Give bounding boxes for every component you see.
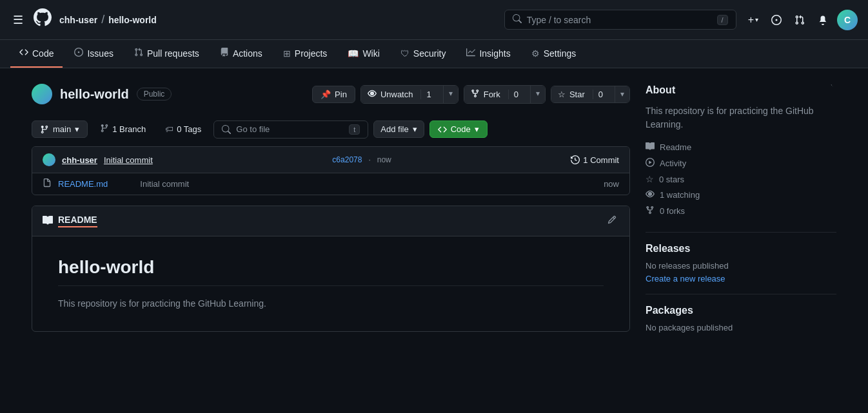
search-placeholder: Type / to search xyxy=(527,15,712,25)
nav-item-code[interactable]: Code xyxy=(10,40,63,68)
code-label: Code xyxy=(451,124,471,134)
tag-count-link[interactable]: 🏷 0 Tags xyxy=(158,120,208,138)
fork-dropdown[interactable]: ▾ xyxy=(530,86,545,103)
activity-link-label: Activity xyxy=(660,158,686,168)
pull-requests-nav-icon xyxy=(134,48,143,59)
about-title: About xyxy=(646,84,675,96)
go-to-file-button[interactable]: Go to file t xyxy=(213,120,368,139)
nav-label-code: Code xyxy=(32,48,54,59)
about-description: This repository is for practicing the Gi… xyxy=(646,104,836,131)
readme-description: This repository is for practicing the Gi… xyxy=(58,296,604,311)
unwatch-icon xyxy=(368,89,377,100)
commit-relative-time: now xyxy=(377,155,391,164)
repo-header: hello-world Public 📌 Pin Unwatch 1 ▾ xyxy=(32,84,630,104)
add-file-button[interactable]: Add file ▾ xyxy=(373,120,424,138)
commit-user-avatar xyxy=(43,153,55,166)
releases-section: Releases No releases published Create a … xyxy=(646,243,836,283)
activity-link[interactable]: Activity xyxy=(646,158,836,169)
unwatch-button-group: Unwatch 1 ▾ xyxy=(360,85,459,104)
create-release-link[interactable]: Create a new release xyxy=(646,274,725,283)
fork-icon xyxy=(471,89,480,100)
readme-link[interactable]: Readme xyxy=(646,142,836,153)
top-nav-actions: + ▾ C xyxy=(744,10,858,30)
nav-label-issues: Issues xyxy=(87,48,113,59)
search-bar[interactable]: Type / to search / xyxy=(504,10,736,30)
unwatch-main[interactable]: Unwatch 1 xyxy=(361,86,443,103)
nav-label-security: Security xyxy=(413,48,446,59)
sidebar-divider-1 xyxy=(646,232,836,233)
star-icon: ☆ xyxy=(558,90,566,99)
branch-count-label: 1 Branch xyxy=(112,124,146,134)
watching-link-label: 1 watching xyxy=(660,190,700,200)
code-icon xyxy=(19,48,28,59)
forks-link[interactable]: 0 forks xyxy=(646,206,836,216)
nav-label-projects: Projects xyxy=(295,48,328,59)
file-icon xyxy=(43,178,52,189)
nav-item-projects[interactable]: ⊞ Projects xyxy=(274,41,337,68)
pin-button[interactable]: 📌 Pin xyxy=(312,86,355,103)
issues-button[interactable] xyxy=(767,11,785,29)
code-button[interactable]: Code ▾ xyxy=(429,120,488,138)
branch-count-link[interactable]: 1 Branch xyxy=(93,120,153,139)
github-logo[interactable] xyxy=(34,8,52,31)
star-button-group: ☆ Star 0 ▾ xyxy=(551,86,630,103)
fork-count: 0 xyxy=(508,90,524,99)
pin-icon: 📌 xyxy=(321,90,331,99)
create-new-button[interactable]: + ▾ xyxy=(744,10,762,30)
nav-label-actions: Actions xyxy=(233,48,262,59)
hamburger-button[interactable]: ☰ xyxy=(10,10,26,30)
nav-item-security[interactable]: 🛡 Security xyxy=(391,41,455,68)
visibility-badge: Public xyxy=(137,88,172,101)
fork-main[interactable]: Fork 0 xyxy=(464,86,530,103)
repo-nav: Code Issues Pull requests Actions ⊞ Proj… xyxy=(0,40,868,68)
commit-message-link[interactable]: Initial commit xyxy=(104,155,153,165)
branch-dropdown-icon: ▾ xyxy=(75,124,79,134)
activity-link-icon xyxy=(646,158,655,169)
readme-edit-button[interactable] xyxy=(605,213,619,229)
table-row: README.md Initial commit now xyxy=(32,173,629,195)
packages-section: Packages No packages published xyxy=(646,305,836,332)
nav-item-wiki[interactable]: 📖 Wiki xyxy=(339,41,388,68)
star-dropdown[interactable]: ▾ xyxy=(615,86,629,102)
commit-count-link[interactable]: 1 Commit xyxy=(571,155,619,165)
watching-link[interactable]: 1 watching xyxy=(646,189,836,200)
top-nav: ☰ chh-user / hello-world Type / to searc… xyxy=(0,0,868,40)
readme-content: hello-world This repository is for pract… xyxy=(32,236,629,331)
add-file-label: Add file xyxy=(380,124,408,134)
repo-toolbar: main ▾ 1 Branch 🏷 0 Tags Go to file t Ad… xyxy=(32,120,630,139)
nav-item-pull-requests[interactable]: Pull requests xyxy=(125,40,208,68)
nav-item-insights[interactable]: Insights xyxy=(457,40,519,68)
go-to-file-shortcut: t xyxy=(349,124,360,135)
readme-header: README xyxy=(32,206,629,236)
about-gear-button[interactable] xyxy=(826,84,836,97)
commit-user-link[interactable]: chh-user xyxy=(62,155,97,165)
search-icon xyxy=(513,14,522,25)
pull-requests-button[interactable] xyxy=(791,11,809,29)
commit-info-row: chh-user Initial commit c6a2078 · now 1 … xyxy=(32,147,629,173)
settings-nav-icon: ⚙ xyxy=(531,48,540,59)
branch-name: main xyxy=(53,124,71,134)
nav-item-actions[interactable]: Actions xyxy=(211,40,271,68)
commit-dot: · xyxy=(368,155,370,164)
stars-link[interactable]: ☆ 0 stars xyxy=(646,174,836,184)
about-section: About This repository is for practicing … xyxy=(646,84,836,216)
packages-title: Packages xyxy=(646,305,836,316)
breadcrumb-user[interactable]: chh-user xyxy=(59,15,97,25)
unwatch-dropdown[interactable]: ▾ xyxy=(443,86,458,103)
nav-item-issues[interactable]: Issues xyxy=(65,40,122,68)
star-main[interactable]: ☆ Star 0 xyxy=(551,86,615,102)
readme-section: README hello-world This repository is fo… xyxy=(32,206,630,332)
no-releases-text: No releases published xyxy=(646,261,836,271)
about-header: About xyxy=(646,84,836,97)
breadcrumb-separator: / xyxy=(101,13,104,26)
branch-selector[interactable]: main ▾ xyxy=(32,120,88,138)
fork-label: Fork xyxy=(484,90,500,99)
nav-label-pull-requests: Pull requests xyxy=(147,48,199,59)
nav-label-settings: Settings xyxy=(544,48,577,59)
forks-link-label: 0 forks xyxy=(660,206,685,216)
unwatch-label: Unwatch xyxy=(380,90,413,99)
nav-item-settings[interactable]: ⚙ Settings xyxy=(522,41,586,68)
file-name-link[interactable]: README.md xyxy=(58,179,108,189)
notifications-button[interactable] xyxy=(814,11,832,29)
avatar[interactable]: C xyxy=(837,10,858,30)
